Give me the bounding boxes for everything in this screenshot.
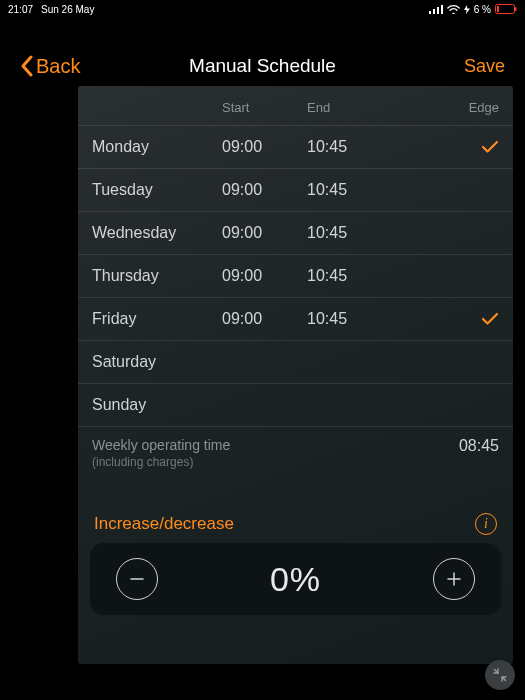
svg-rect-1: [433, 9, 435, 14]
summary-sublabel: (including charges): [92, 455, 230, 469]
cellular-icon: [429, 5, 443, 14]
summary-row: Weekly operating time (including charges…: [78, 426, 513, 473]
decrease-button[interactable]: [116, 558, 158, 600]
battery-icon: [495, 4, 517, 14]
schedule-card: Start End Edge Monday09:0010:45Tuesday09…: [78, 86, 513, 664]
cell-day: Tuesday: [92, 181, 222, 199]
cell-edge: [392, 312, 499, 326]
increase-button[interactable]: [433, 558, 475, 600]
table-row[interactable]: Saturday: [78, 340, 513, 383]
save-button[interactable]: Save: [464, 56, 505, 77]
nav-header: Back Manual Schedule Save: [0, 48, 525, 84]
cell-start: 09:00: [222, 181, 307, 199]
header-start: Start: [222, 100, 307, 115]
wifi-icon: [447, 5, 460, 14]
svg-rect-0: [429, 11, 431, 14]
summary-value: 08:45: [459, 437, 499, 455]
chevron-left-icon: [20, 55, 34, 77]
table-row[interactable]: Friday09:0010:45: [78, 297, 513, 340]
cell-day: Wednesday: [92, 224, 222, 242]
cell-day: Monday: [92, 138, 222, 156]
table-row[interactable]: Sunday: [78, 383, 513, 426]
adjust-value: 0%: [270, 560, 321, 599]
cell-end: 10:45: [307, 181, 392, 199]
status-time: 21:07: [8, 4, 33, 15]
cell-day: Thursday: [92, 267, 222, 285]
back-button[interactable]: Back: [20, 55, 80, 78]
adjust-label: Increase/decrease: [94, 514, 234, 534]
plus-icon: [444, 569, 464, 589]
cell-edge: [392, 140, 499, 154]
info-icon[interactable]: i: [475, 513, 497, 535]
cell-end: 10:45: [307, 310, 392, 328]
cell-start: 09:00: [222, 267, 307, 285]
summary-label: Weekly operating time: [92, 437, 230, 453]
header-edge: Edge: [392, 100, 499, 115]
adjust-stepper: 0%: [90, 543, 501, 615]
cell-start: 09:00: [222, 224, 307, 242]
table-row[interactable]: Wednesday09:0010:45: [78, 211, 513, 254]
svg-marker-4: [464, 5, 470, 14]
check-icon: [481, 140, 499, 154]
charging-icon: [464, 5, 470, 14]
minus-icon: [127, 569, 147, 589]
battery-pct: 6 %: [474, 4, 491, 15]
table-row[interactable]: Thursday09:0010:45: [78, 254, 513, 297]
status-bar: 21:07 Sun 26 May 6 %: [0, 0, 525, 18]
svg-rect-7: [515, 7, 517, 11]
collapse-icon: [493, 668, 507, 682]
back-label: Back: [36, 55, 80, 78]
status-date: Sun 26 May: [41, 4, 94, 15]
collapse-fab[interactable]: [485, 660, 515, 690]
cell-start: 09:00: [222, 138, 307, 156]
cell-day: Saturday: [92, 353, 222, 371]
cell-end: 10:45: [307, 224, 392, 242]
cell-end: 10:45: [307, 267, 392, 285]
status-right: 6 %: [429, 4, 517, 15]
cell-day: Friday: [92, 310, 222, 328]
table-row[interactable]: Tuesday09:0010:45: [78, 168, 513, 211]
check-icon: [481, 312, 499, 326]
svg-rect-6: [497, 6, 499, 12]
cell-start: 09:00: [222, 310, 307, 328]
svg-rect-3: [441, 5, 443, 14]
svg-rect-2: [437, 7, 439, 14]
table-header: Start End Edge: [78, 94, 513, 125]
table-row[interactable]: Monday09:0010:45: [78, 125, 513, 168]
header-end: End: [307, 100, 392, 115]
cell-day: Sunday: [92, 396, 222, 414]
cell-end: 10:45: [307, 138, 392, 156]
